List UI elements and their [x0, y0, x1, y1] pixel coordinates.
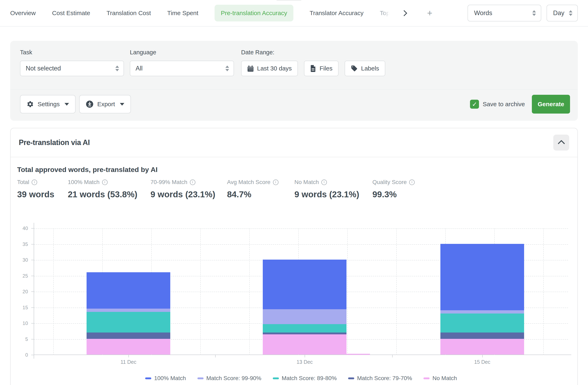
- info-icon[interactable]: i: [273, 180, 278, 185]
- legend-item[interactable]: Match Score: 99-90%: [197, 375, 261, 382]
- y-axis-label: 30: [22, 257, 28, 263]
- labels-button-label: Labels: [361, 65, 379, 72]
- legend-label: Match Score: 89-80%: [282, 375, 337, 382]
- y-axis-label: 10: [22, 321, 28, 326]
- date-range-button[interactable]: Last 30 days: [241, 61, 298, 76]
- y-axis-tick: [31, 355, 34, 355]
- files-button[interactable]: Files: [304, 61, 338, 76]
- legend-label: No Match: [432, 375, 457, 382]
- analytics-page: Overview Cost Estimate Translation Cost …: [0, 0, 588, 385]
- info-icon[interactable]: i: [321, 180, 327, 185]
- y-axis-label: 5: [25, 336, 28, 342]
- v-gridline: [543, 228, 544, 355]
- task-field: Task Not selected: [20, 49, 130, 76]
- unit-select-value: Words: [474, 9, 492, 17]
- task-select[interactable]: Not selected: [20, 61, 124, 76]
- caret-down-icon: [64, 103, 69, 106]
- tab-top-truncated[interactable]: Top: [380, 10, 390, 17]
- gear-icon: [26, 101, 34, 108]
- near-zero-bar-sliver: [346, 354, 370, 355]
- tag-icon: [351, 65, 358, 72]
- x-axis-tick: [305, 355, 305, 357]
- legend-item[interactable]: 100% Match: [145, 375, 186, 382]
- y-axis-tick: [31, 228, 34, 229]
- legend-item[interactable]: No Match: [423, 375, 457, 382]
- bar-segment: [86, 272, 170, 309]
- caret-down-icon: [120, 103, 124, 106]
- legend-marker: [273, 377, 279, 379]
- x-axis-tick: [482, 355, 483, 357]
- tab-overview[interactable]: Overview: [10, 10, 36, 17]
- unit-select[interactable]: Words: [467, 5, 541, 21]
- v-gridline: [396, 228, 397, 355]
- plot-area: 051015202530354011 Dec13 Dec15 Dec: [34, 228, 568, 355]
- period-select[interactable]: Day: [546, 5, 578, 21]
- y-axis-tick: [31, 291, 34, 292]
- select-arrows-icon: [569, 10, 572, 16]
- select-arrows-icon: [115, 65, 119, 71]
- bar-segment: [263, 333, 346, 334]
- x-axis-minor-tick: [215, 355, 216, 357]
- y-axis-line: [34, 223, 34, 359]
- legend-item[interactable]: Match Score: 89-80%: [273, 375, 337, 382]
- bar-segment: [263, 324, 346, 332]
- stat-label: 70-99% Match: [150, 179, 188, 185]
- v-gridline: [347, 228, 348, 355]
- tab-pre-translation-accuracy[interactable]: Pre-translation Accuracy: [215, 5, 293, 21]
- settings-button[interactable]: Settings: [20, 95, 76, 113]
- stat-label: Quality Score: [372, 179, 407, 185]
- chart-legend: 100% MatchMatch Score: 99-90%Match Score…: [34, 375, 568, 382]
- generate-actions: ✓ Save to archive Generate: [470, 95, 570, 114]
- date-range-field: Date Range: Last 30 days Files: [241, 49, 385, 76]
- legend-marker: [197, 377, 204, 379]
- generate-button[interactable]: Generate: [532, 95, 570, 114]
- date-range-label: Date Range:: [241, 49, 385, 56]
- y-axis-label: 15: [22, 305, 28, 310]
- add-report-button[interactable]: +: [427, 9, 432, 18]
- card-body: Total approved words, pre-translated by …: [11, 165, 577, 385]
- v-gridline: [53, 228, 54, 355]
- language-label: Language: [130, 49, 241, 56]
- stat-avg-match-score: Avg Match Scorei 84.7%: [227, 178, 294, 200]
- export-button[interactable]: Export: [79, 95, 131, 113]
- collapse-card-button[interactable]: [553, 135, 569, 150]
- legend-item[interactable]: Match Score: 79-70%: [348, 375, 412, 382]
- more-tabs-chevron-icon[interactable]: [401, 10, 407, 16]
- y-axis-tick: [31, 339, 34, 340]
- save-to-archive-checkbox[interactable]: ✓: [470, 100, 479, 109]
- language-select[interactable]: All: [130, 61, 234, 76]
- x-axis-tick: [128, 355, 129, 357]
- info-icon[interactable]: i: [409, 180, 415, 185]
- stacked-bar: [263, 260, 346, 355]
- stat-value: 84.7%: [227, 189, 294, 200]
- tab-translator-accuracy[interactable]: Translator Accuracy: [310, 10, 364, 17]
- bar-segment: [441, 339, 524, 355]
- x-axis-label: 15 Dec: [474, 359, 490, 365]
- filter-panel-divider: [10, 89, 578, 89]
- labels-button[interactable]: Labels: [345, 61, 385, 76]
- bar-segment: [441, 314, 524, 333]
- report-tabs-bar: Overview Cost Estimate Translation Cost …: [0, 0, 588, 26]
- tab-cost-estimate[interactable]: Cost Estimate: [52, 10, 90, 17]
- chevron-up-icon: [558, 140, 565, 147]
- tab-time-spent[interactable]: Time Spent: [167, 10, 198, 17]
- bar-segment: [263, 260, 346, 309]
- bar-segment: [263, 309, 346, 324]
- info-icon[interactable]: i: [190, 180, 195, 185]
- bar-segment: [441, 244, 524, 310]
- stat-70-99-match: 70-99% Matchi 9 words (23.1%): [150, 178, 227, 200]
- task-select-value: Not selected: [26, 65, 61, 72]
- tab-translation-cost[interactable]: Translation Cost: [106, 10, 151, 17]
- files-button-label: Files: [319, 65, 332, 72]
- select-arrows-icon: [532, 10, 536, 16]
- legend-label: 100% Match: [154, 375, 186, 382]
- legend-marker: [423, 377, 430, 379]
- stat-no-match: No Matchi 9 words (23.1%): [294, 178, 372, 200]
- info-icon[interactable]: i: [102, 180, 108, 185]
- info-icon[interactable]: i: [32, 180, 37, 185]
- report-global-selects: Words Day: [467, 5, 578, 21]
- stats-row: Totali 39 words 100% Matchi 21 words (53…: [17, 178, 571, 200]
- calendar-icon: [247, 65, 254, 72]
- stacked-bar: [86, 272, 170, 355]
- filter-panel: Task Not selected Language All Date Rang…: [10, 41, 578, 121]
